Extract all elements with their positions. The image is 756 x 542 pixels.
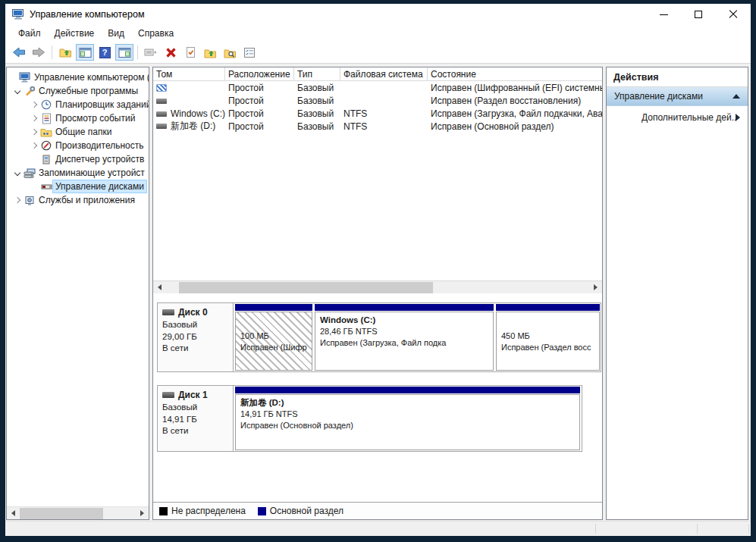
volume-list-horizontal-scrollbar[interactable] (153, 280, 602, 293)
volume-row-d[interactable]: 新加卷 (D:) Простой Базовый NTFS Исправен (… (153, 120, 602, 133)
column-header-type[interactable]: Тип (294, 67, 340, 80)
partition-windows-c[interactable]: Windows (C:) 28,46 ГБ NTFS Исправен (Заг… (315, 304, 494, 371)
scroll-left-arrow[interactable] (7, 507, 20, 520)
tree-item-storage[interactable]: Запоминающие устройст (7, 166, 149, 180)
partition-recovery[interactable]: 450 МБ Исправен (Раздел восс (496, 304, 600, 371)
expand-collapse-toggle[interactable] (28, 140, 39, 151)
minimize-button[interactable] (646, 4, 681, 25)
menu-file[interactable]: Файл (11, 27, 48, 40)
tree-item-services-applications[interactable]: Службы и приложения (7, 193, 149, 207)
console-tree-panel: Управление компьютером (л Служебные прог… (6, 67, 149, 520)
expander-placeholder (7, 72, 18, 83)
tree-item-event-viewer[interactable]: Просмотр событий (7, 111, 149, 125)
volume-row-efi[interactable]: Простой Базовый Исправен (Шифрованный (E… (153, 81, 602, 94)
performance-icon (39, 139, 53, 152)
scrollbar-track[interactable] (20, 507, 136, 520)
minimize-icon (660, 14, 668, 15)
tree-item-performance[interactable]: Производительность (7, 139, 149, 152)
shared-folders-icon (39, 126, 53, 138)
forward-arrow-icon (32, 47, 45, 58)
expand-collapse-toggle[interactable] (11, 168, 23, 178)
status-bar (5, 521, 751, 536)
primary-partition-color-swatch (258, 507, 266, 515)
menu-help[interactable]: Справка (131, 27, 180, 40)
forward-button[interactable] (30, 44, 48, 61)
folder-search-icon (224, 47, 237, 58)
volume-row-recovery[interactable]: Простой Базовый Исправен (Раздел восстан… (153, 94, 602, 107)
maximize-button[interactable] (681, 4, 716, 25)
export-list-button[interactable] (142, 44, 160, 61)
column-header-layout[interactable]: Расположение (225, 67, 294, 80)
tree-item-task-scheduler[interactable]: Планировщик заданий (7, 98, 149, 111)
partition-title: 新加卷 (D:) (240, 396, 575, 409)
scroll-right-arrow[interactable] (136, 507, 149, 520)
column-header-filesystem[interactable]: Файловая система (340, 67, 428, 80)
volume-row-windows-c[interactable]: Windows (C:) Простой Базовый NTFS Исправ… (153, 107, 602, 120)
computer-management-app-icon (11, 8, 25, 20)
disk-size: 29,00 ГБ (162, 331, 228, 343)
column-header-status[interactable]: Состояние (428, 67, 602, 80)
tree-horizontal-scrollbar[interactable] (7, 506, 149, 519)
scrollbar-thumb[interactable] (179, 282, 433, 293)
expand-collapse-toggle[interactable] (28, 113, 39, 124)
task-list-button[interactable] (240, 44, 259, 61)
expand-collapse-toggle[interactable] (11, 86, 23, 96)
back-button[interactable] (10, 44, 28, 61)
actions-group-disk-management[interactable]: Управление дисками (607, 87, 748, 106)
volume-status: Исправен (Основной раздел) (428, 121, 602, 132)
disk-management-icon (39, 180, 53, 193)
volume-type: Базовый (294, 96, 340, 106)
tree-item-label: Диспетчер устройств (53, 153, 146, 165)
scrollbar-thumb[interactable] (20, 508, 103, 519)
expand-collapse-toggle[interactable] (28, 99, 39, 110)
computer-management-window: Управление компьютером Файл Действие Вид… (5, 4, 751, 536)
disk-0-label[interactable]: Диск 0 Базовый 29,00 ГБ В сети (158, 303, 234, 371)
explore-button[interactable] (221, 44, 239, 61)
actions-item-label: Дополнительные дей... (642, 112, 736, 123)
expand-collapse-toggle[interactable] (11, 195, 23, 205)
partition-size: 100 МБ (240, 331, 307, 342)
column-header-volume[interactable]: Том (153, 67, 225, 80)
delete-x-icon (165, 47, 177, 58)
console-tree-icon (79, 47, 92, 58)
menu-view[interactable]: Вид (101, 27, 131, 40)
help-button[interactable]: ? (96, 44, 114, 61)
volume-layout: Простой (225, 96, 294, 106)
tree-item-computer-management[interactable]: Управление компьютером (л (7, 70, 149, 84)
disk-name: Диск 1 (178, 390, 208, 400)
scroll-left-arrow[interactable] (153, 281, 166, 294)
menu-action[interactable]: Действие (48, 27, 102, 40)
delete-button[interactable] (162, 44, 180, 61)
scroll-right-arrow[interactable] (589, 281, 602, 294)
chevron-right-icon (14, 197, 20, 203)
tree-item-shared-folders[interactable]: Общие папки (7, 125, 149, 139)
expand-collapse-toggle[interactable] (28, 127, 39, 137)
open-button[interactable] (201, 44, 219, 61)
disk-1-label[interactable]: Диск 1 Базовый 14,91 ГБ В сети (158, 386, 234, 451)
volume-status: Исправен (Загрузка, Файл подкачки, Ава (428, 108, 602, 119)
chevron-right-icon (30, 143, 36, 149)
partition-color-bar (235, 387, 580, 393)
tree-item-system-tools[interactable]: Служебные программы (7, 84, 149, 98)
disk-type: Базовый (162, 402, 228, 414)
properties-button[interactable] (181, 44, 199, 61)
tree-item-disk-management[interactable]: Управление дисками (7, 180, 149, 193)
up-one-level-button[interactable] (56, 44, 74, 61)
submenu-right-icon (736, 114, 740, 121)
close-button[interactable] (716, 4, 751, 25)
tree-item-label: Службы и приложения (36, 194, 137, 206)
actions-item-more-actions[interactable]: Дополнительные дей... (607, 106, 748, 129)
main-content: Управление компьютером (л Служебные прог… (5, 64, 751, 521)
toolbar-separator (137, 45, 138, 59)
show-console-tree-button[interactable] (76, 44, 94, 61)
disk-management-panel: Том Расположение Тип Файловая система Со… (152, 67, 603, 520)
scrollbar-track[interactable] (166, 281, 589, 294)
disk-status: В сети (162, 425, 228, 437)
tree-item-label: Запоминающие устройст (36, 167, 147, 179)
partition-d[interactable]: 新加卷 (D:) 14,91 ГБ NTFS Исправен (Основно… (235, 387, 580, 450)
show-action-pane-button[interactable] (115, 44, 133, 61)
partition-efi[interactable]: 100 МБ Исправен (Шифр (235, 304, 312, 371)
partition-status: Исправен (Основной раздел) (240, 420, 575, 431)
tree-item-label: Общие папки (53, 126, 114, 138)
tree-item-device-manager[interactable]: Диспетчер устройств (7, 152, 149, 166)
